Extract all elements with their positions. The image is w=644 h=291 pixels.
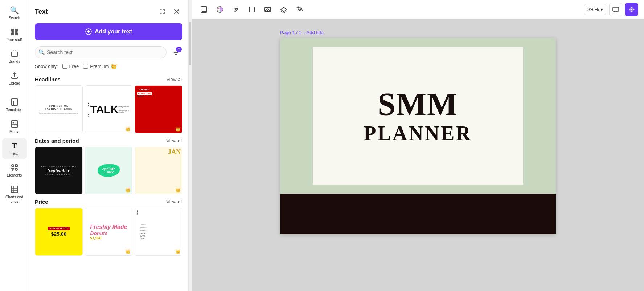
toolbar-icon-4[interactable] [245, 3, 258, 16]
dates-title: Dates and period [35, 138, 79, 144]
template-card-talk[interactable]: TEACHER TALK weekly interview series hig… [85, 85, 133, 133]
add-text-button[interactable]: Add your text [35, 23, 182, 40]
free-checkbox[interactable] [62, 64, 67, 69]
media-icon [10, 120, 19, 128]
svg-rect-0 [11, 29, 14, 32]
svg-rect-21 [613, 7, 619, 11]
sidebar-item-search[interactable]: 🔍 Search [2, 3, 27, 23]
sidebar-item-upload[interactable]: Upload [2, 68, 27, 89]
sidebar-item-text[interactable]: T Text [2, 138, 27, 159]
price-value: $25.00 [51, 231, 66, 237]
free-checkbox-wrap[interactable]: Free [62, 64, 79, 69]
scrollbar-thumb[interactable] [189, 22, 191, 65]
svg-rect-4 [11, 52, 18, 56]
sidebar-item-your-stuff[interactable]: Your stuff [2, 25, 27, 45]
toolbar-icon-7[interactable] [293, 3, 306, 16]
dates-view-all[interactable]: View all [166, 138, 182, 144]
canvas-main-text-line2: PLANNER [364, 123, 472, 144]
svg-point-8 [12, 165, 14, 167]
premium-label: Premium [90, 64, 109, 69]
toolbar-icon-5[interactable] [261, 3, 274, 16]
premium-icon: 👑 [125, 126, 131, 132]
sidebar-divider [6, 92, 23, 92]
price-grid: SPECIAL OFFER $25.00 Freshly Made Donuts… [35, 208, 182, 256]
sidebar-item-charts-grids[interactable]: Charts and grids [2, 182, 27, 207]
premium-checkbox-wrap[interactable]: Premium 👑 [83, 63, 117, 69]
toolbar-icon-6[interactable] [277, 3, 290, 16]
search-input-wrap: 🔍 [35, 46, 167, 58]
search-text-input[interactable] [35, 46, 167, 58]
top-right-actions [609, 3, 638, 16]
template-card-april[interactable]: April 6th —20XX 👑 [85, 147, 133, 195]
templates-icon [10, 98, 19, 106]
svg-point-7 [12, 122, 14, 124]
add-title-link[interactable]: Add title [307, 30, 324, 35]
premium-icon: 👑 [175, 249, 181, 254]
template-card-springtime[interactable]: SPRINGTIMEFASHION TRENDS Lorem ipsum dol… [35, 85, 83, 133]
header-actions [156, 6, 182, 17]
present-button[interactable] [609, 3, 622, 16]
template-card-september[interactable]: THE FOURTEENTH OF September TWENTY TWENT… [35, 147, 83, 195]
expand-button[interactable] [156, 6, 168, 17]
show-only-label: Show only: [35, 64, 58, 69]
canvas-white-box: SMM PLANNER [313, 47, 523, 185]
text-panel: Text Add your text 🔍 [29, 0, 189, 291]
sidebar-item-label: Upload [9, 81, 20, 86]
sidebar-item-brands[interactable]: Brands [2, 47, 27, 67]
template-card-menu[interactable]: MENU COFFEE DOUBLE... SINGLE... FLAT W..… [135, 208, 182, 256]
template-card-special-offer[interactable]: SPECIAL OFFER $25.00 [35, 208, 83, 256]
search-container: 🔍 2 [29, 43, 188, 62]
canvas-main-text-line1: SMM [378, 88, 458, 120]
card-april-content: April 6th —20XX [85, 147, 132, 194]
sidebar-item-elements[interactable]: Elements [2, 160, 27, 181]
free-label: Free [69, 64, 79, 69]
canvas-page[interactable]: SMM PLANNER [280, 38, 556, 234]
price-view-all[interactable]: View all [166, 199, 182, 205]
canvas-area[interactable]: Page 1 / 1 – Add title SMM PLANNER [192, 19, 644, 291]
search-icon-inside: 🔍 [38, 49, 45, 55]
elements-icon [10, 163, 19, 172]
close-button[interactable] [171, 6, 182, 17]
filter-button[interactable]: 2 [169, 46, 182, 59]
search-icon: 🔍 [10, 6, 19, 15]
premium-icon: 👑 [125, 249, 131, 254]
panel-content: Headlines View all SPRINGTIMEFASHION TRE… [29, 72, 188, 291]
dates-section-header: Dates and period View all [35, 138, 182, 144]
headlines-view-all[interactable]: View all [166, 77, 182, 82]
premium-icon: 👑 [175, 126, 181, 132]
sidebar-item-label: Charts and grids [4, 195, 25, 204]
template-card-donuts[interactable]: Freshly Made Donuts $1,550 👑 [85, 208, 133, 256]
price-title: Price [35, 199, 48, 205]
svg-rect-3 [15, 32, 18, 35]
brands-icon [10, 49, 19, 58]
scrollbar-track [189, 0, 192, 291]
premium-icon: 👑 [125, 187, 131, 193]
premium-checkbox[interactable] [83, 64, 88, 69]
dates-grid: THE FOURTEENTH OF September TWENTY TWENT… [35, 147, 182, 195]
toolbar-icon-1[interactable] [197, 3, 210, 16]
template-card-jan[interactable]: JAN 👑 [135, 147, 182, 195]
canvas-wrapper: Page 1 / 1 – Add title SMM PLANNER [280, 30, 556, 234]
toolbar-icon-3[interactable] [229, 3, 242, 16]
headlines-section-header: Headlines View all [35, 76, 182, 82]
card-menu-content: MENU COFFEE DOUBLE... SINGLE... FLAT W..… [135, 208, 182, 255]
publish-button[interactable] [625, 3, 638, 16]
card-springtime-content: SPRINGTIMEFASHION TRENDS Lorem ipsum dol… [35, 86, 82, 133]
card-donuts-content: Freshly Made Donuts $1,550 [85, 208, 132, 255]
premium-icon: 👑 [175, 187, 181, 193]
sidebar-item-templates[interactable]: Templates [2, 95, 27, 115]
svg-point-17 [220, 10, 221, 11]
menu-label: MENU [136, 210, 139, 254]
page-label: Page 1 / 1 – Add title [280, 30, 324, 35]
svg-rect-5 [11, 99, 18, 105]
template-card-remember[interactable]: REMEMBER 8 ICONS FROM HISTORY 👑 [135, 85, 182, 133]
zoom-control[interactable]: 39 % ▾ [584, 4, 606, 15]
sidebar-item-media[interactable]: Media [2, 117, 27, 137]
svg-rect-2 [11, 32, 14, 35]
card-jan-content: JAN [135, 147, 182, 194]
panel-scrollbar[interactable] [189, 0, 192, 291]
toolbar-icon-2[interactable] [213, 3, 226, 16]
text-panel-header: Text [29, 0, 188, 20]
canvas-top-section: SMM PLANNER [280, 38, 556, 194]
menu-lines: COFFEE DOUBLE... SINGLE... FLAT W... CAP… [140, 210, 147, 254]
